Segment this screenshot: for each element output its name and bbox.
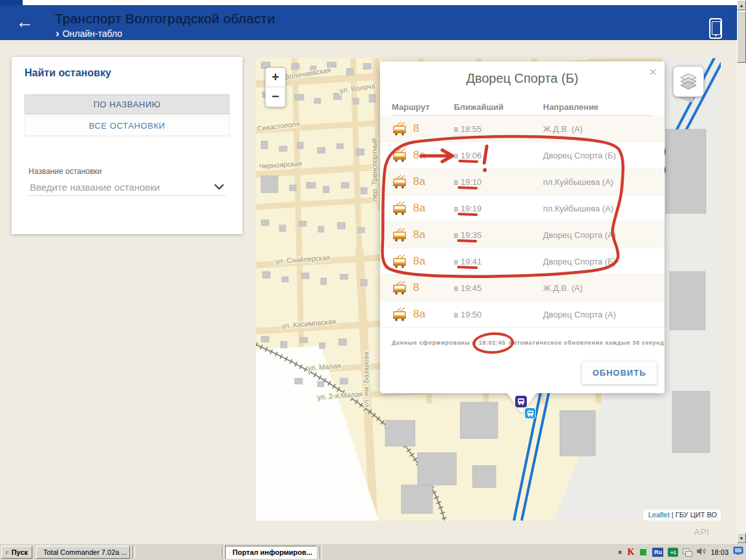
direction: Дворец Спорта (А) bbox=[543, 310, 653, 319]
column-route: Маршрут bbox=[392, 102, 454, 112]
bus-stop-marker[interactable] bbox=[515, 396, 527, 407]
clock[interactable]: 18:03 bbox=[710, 548, 729, 556]
generated-time: 18:02:45 bbox=[479, 339, 506, 346]
table-header: Маршрут Ближайший Направление bbox=[392, 99, 653, 116]
attribution-separator: | bbox=[670, 511, 676, 519]
chevron-right-icon: › bbox=[56, 29, 59, 38]
portal-icon bbox=[229, 548, 230, 557]
street-label: ул. им. Базарова bbox=[362, 351, 370, 407]
arrival-time: в 19:45 bbox=[454, 283, 543, 293]
direction: пл.Куйбышева (А) bbox=[543, 204, 653, 213]
display-icon[interactable] bbox=[733, 546, 743, 558]
task-label: Портал информиров... bbox=[233, 548, 312, 556]
trolleybus-icon bbox=[392, 148, 409, 162]
table-row: 8 в 18:55 Ж.Д.В. (А) bbox=[380, 116, 665, 142]
stop-name-title: Дворец Спорта (Б) bbox=[380, 71, 665, 86]
back-arrow-icon[interactable]: ← bbox=[16, 12, 34, 32]
task-total-commander[interactable]: Total Commander 7.02a ... bbox=[36, 546, 130, 559]
data-generated-note: Данные сформированы в 18:02:45 Автоматич… bbox=[392, 339, 665, 346]
route-number: 8а bbox=[413, 149, 425, 162]
direction: Дворец Спорта (А) bbox=[543, 230, 653, 240]
stop-name-input[interactable] bbox=[28, 178, 212, 195]
task-portal-active[interactable]: Портал информиров... bbox=[225, 546, 317, 559]
scroll-up-icon[interactable]: ▲ bbox=[737, 0, 746, 10]
scroll-down-icon[interactable]: ▼ bbox=[737, 533, 746, 543]
find-stop-title: Найти остановку bbox=[25, 67, 111, 79]
table-row: 8а в 19:19 пл.Куйбышева (А) bbox=[380, 195, 665, 222]
map-zoom-control: + − bbox=[265, 67, 286, 107]
api-label: API bbox=[694, 527, 710, 537]
table-row: 8а в 19:06 Дворец Спорта (Б) bbox=[380, 142, 665, 169]
start-button[interactable]: Пуск bbox=[1, 546, 32, 559]
table-row: 8а в 19:10 пл.Куйбышева (А) bbox=[380, 169, 665, 195]
trolleybus-icon bbox=[392, 175, 409, 189]
all-stops-button[interactable]: ВСЕ ОСТАНОВКИ bbox=[25, 116, 229, 136]
street-label: пер. Транспортный bbox=[370, 138, 378, 200]
volume-icon[interactable] bbox=[697, 546, 706, 558]
zoom-in-button[interactable]: + bbox=[266, 68, 285, 87]
leaflet-link[interactable]: Leaflet bbox=[648, 511, 670, 519]
arrival-time: в 18:55 bbox=[454, 124, 543, 134]
column-direction: Направление bbox=[543, 102, 653, 112]
find-stop-panel: Найти остановку ПО НАЗВАНИЮ ВСЕ ОСТАНОВК… bbox=[12, 57, 242, 234]
timetable-rows: 8 в 18:55 Ж.Д.В. (А) 8а в 19:06 Дворец С… bbox=[380, 116, 665, 328]
trolleybus-icon bbox=[392, 281, 409, 295]
route-number: 8а bbox=[413, 255, 425, 268]
column-nearest: Ближайший bbox=[454, 102, 543, 112]
auto-refresh-note: Автоматическое обновление каждые 30 секу… bbox=[508, 339, 664, 346]
layers-icon bbox=[679, 72, 698, 91]
arrival-time: в 19:41 bbox=[454, 257, 543, 266]
top-notch bbox=[0, 0, 23, 5]
tray-badge-icon[interactable]: +1 bbox=[668, 548, 678, 557]
by-name-button[interactable]: ПО НАЗВАНИЮ bbox=[25, 94, 229, 114]
taskbar-divider bbox=[222, 546, 224, 559]
zoom-out-button[interactable]: − bbox=[266, 87, 285, 106]
stop-timetable-popup: × Дворец Спорта (Б) Маршрут Ближайший На… bbox=[380, 61, 665, 393]
taskbar: Пуск Total Commander 7.02a ... Портал ин… bbox=[0, 543, 746, 560]
antivirus-icon[interactable]: K bbox=[628, 547, 635, 557]
arrival-time: в 19:35 bbox=[454, 230, 543, 240]
trolleybus-icon bbox=[392, 201, 409, 215]
attribution-provider: ГБУ ЦИТ ВО bbox=[676, 511, 717, 519]
taskbar-divider bbox=[319, 546, 322, 559]
breadcrumb: › Онлайн-табло bbox=[56, 28, 122, 39]
route-number: 8а bbox=[413, 175, 425, 188]
bus-stop-marker[interactable] bbox=[525, 408, 535, 418]
direction: Ж.Д.В. (А) bbox=[543, 283, 653, 293]
top-strip bbox=[23, 0, 737, 5]
collapse-tray-icon[interactable]: « bbox=[618, 550, 624, 554]
direction: Ж.Д.В. (А) bbox=[543, 124, 653, 134]
direction: Дворец Спорта (Б) bbox=[543, 257, 653, 266]
screen: ← Транспорт Волгоградской области › Онла… bbox=[0, 0, 746, 560]
route-number: 8а bbox=[413, 308, 425, 321]
refresh-button[interactable]: ОБНОВИТЬ bbox=[582, 361, 657, 384]
mobile-phone-icon[interactable] bbox=[709, 18, 722, 39]
table-row: 8а в 19:35 Дворец Спорта (А) bbox=[380, 222, 665, 248]
arrival-time: в 19:10 bbox=[454, 177, 543, 187]
map-attribution: Leaflet | ГБУ ЦИТ ВО bbox=[643, 510, 721, 521]
direction: Дворец Спорта (Б) bbox=[543, 151, 653, 160]
trolleybus-icon bbox=[392, 307, 409, 321]
route-number: 8 bbox=[413, 122, 419, 135]
arrival-time: в 19:06 bbox=[454, 151, 543, 160]
taskbar-divider bbox=[133, 546, 135, 559]
task-label: Total Commander 7.02a ... bbox=[43, 548, 127, 556]
page-scrollbar[interactable]: ▲ ▼ bbox=[737, 0, 746, 543]
direction: пл.Куйбышева (А) bbox=[543, 177, 653, 187]
layers-button[interactable] bbox=[673, 66, 704, 97]
table-row: 8а в 19:50 Дворец Спорта (А) bbox=[380, 301, 665, 328]
table-row: 8 в 19:45 Ж.Д.В. (А) bbox=[380, 275, 665, 301]
network-icon[interactable] bbox=[683, 548, 692, 557]
stop-name-select[interactable] bbox=[28, 178, 226, 196]
route-number: 8а bbox=[413, 202, 425, 215]
route-number: 8а bbox=[413, 228, 425, 241]
windows-logo-icon bbox=[6, 548, 9, 557]
arrival-time: в 19:50 bbox=[454, 310, 543, 319]
chevron-down-icon[interactable] bbox=[214, 182, 224, 193]
scrollbar-thumb[interactable] bbox=[737, 11, 746, 63]
breadcrumb-label: Онлайн-табло bbox=[63, 28, 122, 39]
trolleybus-icon bbox=[392, 228, 409, 242]
tray-app-icon[interactable] bbox=[639, 548, 648, 557]
page-title: Транспорт Волгоградской области bbox=[55, 11, 275, 27]
language-indicator[interactable]: Ru bbox=[652, 548, 663, 557]
